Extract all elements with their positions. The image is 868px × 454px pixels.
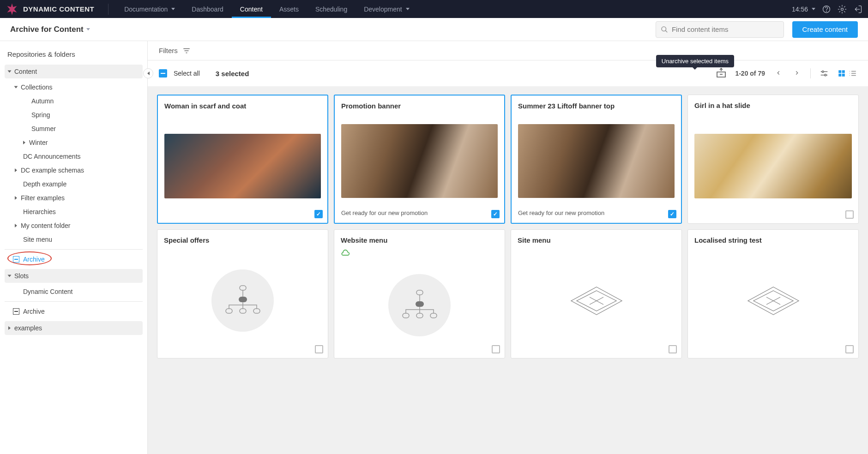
svg-point-3: [841, 8, 844, 10]
tree-summer[interactable]: Summer: [5, 122, 143, 136]
breadcrumb-text: Archive for Content: [10, 25, 84, 34]
tree-hierarchies[interactable]: Hierarchies: [5, 205, 143, 219]
card-grid: Woman in scarf and coat Promotion banner…: [157, 95, 859, 358]
svg-rect-13: [838, 70, 841, 73]
nav-label: Dashboard: [192, 6, 223, 13]
main: Filters Select all 3 selected Unarchive …: [148, 41, 868, 454]
svg-rect-24: [239, 297, 247, 302]
tree-content[interactable]: Content: [5, 65, 143, 78]
tree-examples[interactable]: examples: [5, 321, 143, 335]
tree-archive[interactable]: Archive: [5, 252, 143, 266]
chevron-left-icon: [147, 72, 150, 75]
tree-dc-announcements[interactable]: DC Announcements: [5, 149, 143, 163]
tree-autumn[interactable]: Autumn: [5, 94, 143, 108]
tree-label: Dynamic Content: [23, 288, 72, 295]
tree-label: Collections: [21, 84, 52, 91]
chevron-down-icon: [171, 8, 175, 10]
logout-icon[interactable]: [853, 5, 862, 14]
list-view-icon[interactable]: [849, 69, 857, 78]
tree-label: Autumn: [31, 97, 54, 105]
selection-bar: Select all 3 selected Unarchive selected…: [148, 60, 868, 86]
search-box[interactable]: [656, 21, 784, 38]
tree-label: Filter examples: [21, 194, 65, 202]
nav-assets[interactable]: Assets: [271, 0, 307, 18]
card-site-menu[interactable]: Site menu: [511, 229, 682, 358]
pager-prev[interactable]: [773, 68, 784, 79]
tree-depth-example[interactable]: Depth example: [5, 177, 143, 191]
search-input[interactable]: [672, 25, 779, 33]
nav-content[interactable]: Content: [232, 0, 271, 18]
chevron-down-icon: [14, 86, 18, 89]
time-display[interactable]: 14:56: [792, 6, 815, 13]
svg-rect-34: [430, 313, 437, 318]
tree-label: Slots: [14, 272, 29, 280]
tree-label: DC example schemas: [21, 167, 84, 174]
search-icon: [661, 25, 668, 34]
nav-development[interactable]: Development: [356, 0, 418, 18]
thumbnail-image: [341, 124, 498, 198]
nav-dashboard[interactable]: Dashboard: [183, 0, 232, 18]
card-promotion-banner[interactable]: Promotion banner Get ready for our new p…: [334, 95, 505, 224]
card-girl-hat[interactable]: Girl in a hat slide: [687, 95, 859, 224]
tree-filter-examples[interactable]: Filter examples: [5, 191, 143, 205]
nav-label: Documentation: [124, 6, 168, 13]
thumbnail-image: [694, 134, 852, 198]
card-title: Promotion banner: [341, 102, 498, 110]
card-checkbox[interactable]: [492, 345, 500, 353]
hierarchy-placeholder: [388, 274, 451, 336]
svg-rect-33: [416, 313, 423, 318]
tree-site-menu[interactable]: Site menu: [5, 233, 143, 246]
card-caption: Get ready for our new promotion: [518, 209, 675, 216]
card-checkbox[interactable]: [315, 345, 323, 353]
card-woman-scarf[interactable]: Woman in scarf and coat: [157, 95, 328, 224]
card-thumb: [694, 250, 852, 352]
unarchive-icon[interactable]: [716, 68, 727, 79]
card-thumb: [341, 115, 498, 207]
svg-point-10: [822, 71, 824, 73]
card-website-menu[interactable]: Website menu: [334, 229, 505, 358]
select-all-checkbox[interactable]: [159, 69, 167, 78]
card-checkbox[interactable]: [668, 210, 676, 218]
gear-icon[interactable]: [838, 5, 847, 14]
card-special-offers[interactable]: Special offers: [157, 229, 328, 358]
tree-label: Winter: [29, 139, 48, 146]
pager-next[interactable]: [792, 68, 802, 79]
card-checkbox[interactable]: [491, 210, 500, 218]
separator: [5, 301, 143, 302]
card-checkbox[interactable]: [314, 210, 323, 218]
tree-dc-schemas[interactable]: DC example schemas: [5, 163, 143, 177]
chevron-down-icon: [8, 71, 12, 73]
breadcrumb[interactable]: Archive for Content: [10, 25, 90, 34]
create-content-button[interactable]: Create content: [792, 21, 858, 38]
collapse-sidebar-button[interactable]: [143, 68, 153, 78]
card-localised-string[interactable]: Localised string test: [687, 229, 859, 358]
card-checkbox[interactable]: [669, 345, 677, 353]
tree-winter[interactable]: Winter: [5, 136, 143, 149]
card-checkbox[interactable]: [845, 345, 854, 353]
grid-view-icon[interactable]: [838, 69, 846, 78]
card-checkbox[interactable]: [845, 210, 854, 219]
sort-icon[interactable]: [819, 68, 829, 78]
sidebar-title: Repositories & folders: [5, 47, 143, 65]
tree-dynamic-content[interactable]: Dynamic Content: [5, 285, 143, 299]
help-icon[interactable]: [822, 5, 831, 14]
card-title: Woman in scarf and coat: [164, 102, 321, 110]
nav-scheduling[interactable]: Scheduling: [307, 0, 356, 18]
separator: [5, 249, 143, 250]
nav-documentation[interactable]: Documentation: [116, 0, 183, 18]
tree-collections[interactable]: Collections: [5, 80, 143, 94]
svg-rect-15: [838, 74, 841, 77]
nav-label: Assets: [279, 6, 299, 13]
tree-label: DC Announcements: [23, 153, 81, 160]
topbar: DYNAMIC CONTENT Documentation Dashboard …: [0, 0, 868, 18]
tree-label: Site menu: [23, 236, 52, 243]
tree-slots[interactable]: Slots: [5, 269, 143, 283]
card-summer23-liftoff[interactable]: Summer 23 Liftoff banner top Get ready f…: [511, 95, 682, 224]
tree-archive-slots[interactable]: Archive: [5, 305, 143, 318]
chevron-down-icon: [406, 8, 410, 10]
select-all-label[interactable]: Select all: [174, 70, 200, 77]
tree-spring[interactable]: Spring: [5, 108, 143, 122]
card-title: Summer 23 Liftoff banner top: [518, 102, 675, 110]
filter-icon[interactable]: [182, 47, 191, 55]
tree-my-content-folder[interactable]: My content folder: [5, 219, 143, 233]
